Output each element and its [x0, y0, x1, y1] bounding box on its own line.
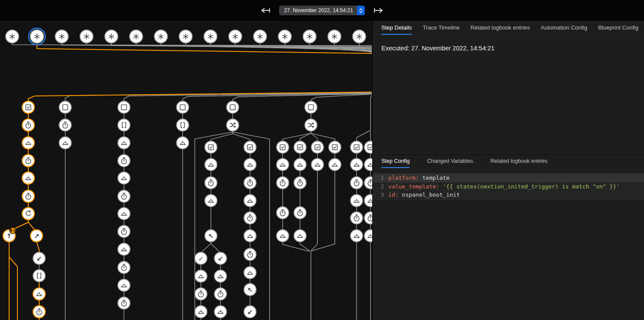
- graph-node-timer[interactable]: [22, 190, 34, 202]
- graph-node-dome[interactable]: [364, 195, 372, 207]
- graph-node-arrow-tl[interactable]: ↖: [205, 230, 217, 242]
- graph-node-shuffle[interactable]: [305, 119, 317, 131]
- graph-node-timer[interactable]: [118, 261, 130, 274]
- graph-node-checkbox-marked[interactable]: [329, 141, 341, 153]
- tab-related-logbook-entries[interactable]: Related logbook entries: [491, 155, 547, 168]
- previous-trace-button[interactable]: [260, 7, 271, 14]
- tab-trace-timeline[interactable]: Trace Timeline: [423, 21, 460, 35]
- graph-node-timer[interactable]: [205, 177, 217, 189]
- tab-changed-variables[interactable]: Changed Variables: [427, 155, 473, 168]
- graph-node-asterisk[interactable]: [254, 30, 267, 43]
- graph-node-checkbox-marked[interactable]: [22, 101, 34, 113]
- graph-node-timer[interactable]: [22, 155, 34, 167]
- graph-node-checkbox-blank[interactable]: [305, 101, 317, 113]
- tab-related-logbook-entries[interactable]: Related logbook entries: [470, 21, 530, 35]
- graph-node-repeat[interactable]: [22, 208, 34, 220]
- graph-node-brackets[interactable]: [118, 119, 130, 131]
- graph-node-dome[interactable]: [22, 172, 34, 184]
- graph-node-shuffle[interactable]: [227, 119, 239, 131]
- graph-node-asterisk[interactable]: [303, 30, 316, 43]
- graph-node-asterisk[interactable]: [204, 30, 217, 43]
- graph-node-asterisk[interactable]: [229, 30, 242, 43]
- graph-node-check[interactable]: ✓: [195, 252, 207, 264]
- graph-node-timer[interactable]: [364, 177, 372, 189]
- graph-node-dome[interactable]: [118, 243, 130, 255]
- tab-blueprint-config[interactable]: Blueprint Config: [598, 21, 638, 35]
- graph-node-dome[interactable]: [277, 158, 289, 171]
- graph-node-asterisk[interactable]: [278, 30, 291, 43]
- graph-node-dome[interactable]: [177, 137, 189, 149]
- graph-node-dome[interactable]: [22, 137, 34, 149]
- graph-node-timer[interactable]: [33, 306, 45, 318]
- graph-node-asterisk[interactable]: [179, 30, 192, 43]
- tab-automation-config[interactable]: Automation Config: [541, 21, 587, 35]
- graph-node-checkbox-blank[interactable]: [177, 101, 189, 113]
- graph-node-dome[interactable]: [205, 195, 217, 207]
- graph-node-brackets[interactable]: [33, 270, 45, 282]
- graph-node-timer[interactable]: [294, 207, 306, 219]
- graph-node-dome[interactable]: [277, 230, 289, 242]
- graph-node-arrow-up[interactable]: ↑9+: [3, 228, 16, 242]
- graph-node-arrow-bl[interactable]: ↙: [244, 306, 256, 318]
- graph-node-timer[interactable]: [118, 155, 130, 167]
- graph-node-asterisk[interactable]: [130, 30, 143, 43]
- graph-node-checkbox-blank[interactable]: [118, 101, 130, 113]
- graph-node-timer[interactable]: [195, 288, 207, 300]
- graph-node-dome[interactable]: [244, 158, 256, 171]
- graph-node-dome[interactable]: [118, 172, 130, 184]
- graph-node-timer[interactable]: [244, 212, 256, 224]
- graph-node-brackets[interactable]: [177, 119, 189, 131]
- graph-node-timer[interactable]: [118, 225, 130, 238]
- graph-node-asterisk[interactable]: [29, 28, 45, 45]
- graph-node-timer[interactable]: [118, 190, 130, 202]
- tab-step-details[interactable]: Step Details: [381, 21, 412, 35]
- graph-node-timer[interactable]: [294, 177, 306, 189]
- graph-node-dome[interactable]: [214, 270, 227, 282]
- graph-node-asterisk[interactable]: [154, 30, 167, 43]
- graph-node-timer[interactable]: [350, 212, 363, 224]
- graph-node-asterisk[interactable]: [55, 30, 68, 43]
- graph-node-dome[interactable]: [118, 279, 130, 291]
- graph-node-checkbox-blank[interactable]: [59, 101, 71, 113]
- yaml-code-block[interactable]: 1platform: template2value_template: '{{ …: [373, 173, 644, 200]
- graph-node-timer[interactable]: [118, 297, 130, 309]
- graph-node-asterisk[interactable]: [328, 30, 341, 43]
- graph-node-checkbox-marked[interactable]: [205, 141, 217, 153]
- graph-node-checkbox-blank[interactable]: [227, 101, 239, 113]
- graph-node-dome[interactable]: [59, 137, 71, 149]
- graph-node-dome[interactable]: [244, 195, 256, 207]
- graph-node-dome[interactable]: [294, 158, 306, 171]
- graph-node-dome[interactable]: [195, 270, 207, 282]
- graph-node-dome[interactable]: [195, 306, 207, 318]
- graph-node-timer[interactable]: [277, 177, 289, 189]
- graph-node-timer[interactable]: [277, 207, 289, 219]
- graph-node-checkbox-marked[interactable]: [294, 141, 306, 153]
- trace-timestamp-select[interactable]: 27. November 2022, 14:54:21: [279, 6, 365, 15]
- tab-step-config[interactable]: Step Config: [381, 155, 410, 168]
- graph-node-checkbox-marked[interactable]: [350, 141, 363, 153]
- graph-node-timer[interactable]: [364, 212, 372, 224]
- graph-node-timer[interactable]: [350, 177, 363, 189]
- graph-node-dome[interactable]: [350, 230, 363, 242]
- graph-node-dome[interactable]: [244, 230, 256, 242]
- graph-node-dome[interactable]: [244, 267, 256, 279]
- graph-node-dome[interactable]: [205, 158, 217, 171]
- graph-node-dome[interactable]: [350, 158, 363, 171]
- graph-node-dome[interactable]: [311, 158, 324, 171]
- graph-node-arrow-tr[interactable]: ↗: [30, 230, 43, 242]
- graph-node-dome[interactable]: [33, 288, 45, 300]
- next-trace-button[interactable]: [373, 7, 384, 14]
- graph-node-dome[interactable]: [214, 306, 227, 318]
- graph-node-arrow-bl[interactable]: ↙: [214, 252, 227, 264]
- graph-node-checkbox-marked[interactable]: [277, 141, 289, 153]
- graph-node-timer[interactable]: [244, 177, 256, 189]
- graph-node-asterisk[interactable]: [105, 30, 118, 43]
- graph-node-dome[interactable]: [350, 195, 363, 207]
- graph-node-dome[interactable]: [364, 230, 372, 242]
- graph-node-asterisk[interactable]: [6, 30, 19, 43]
- graph-node-timer[interactable]: [59, 119, 71, 131]
- graph-node-dome[interactable]: [364, 158, 372, 171]
- graph-node-dome[interactable]: [118, 208, 130, 220]
- graph-node-timer[interactable]: [214, 288, 227, 300]
- graph-node-checkbox-marked[interactable]: [311, 141, 324, 153]
